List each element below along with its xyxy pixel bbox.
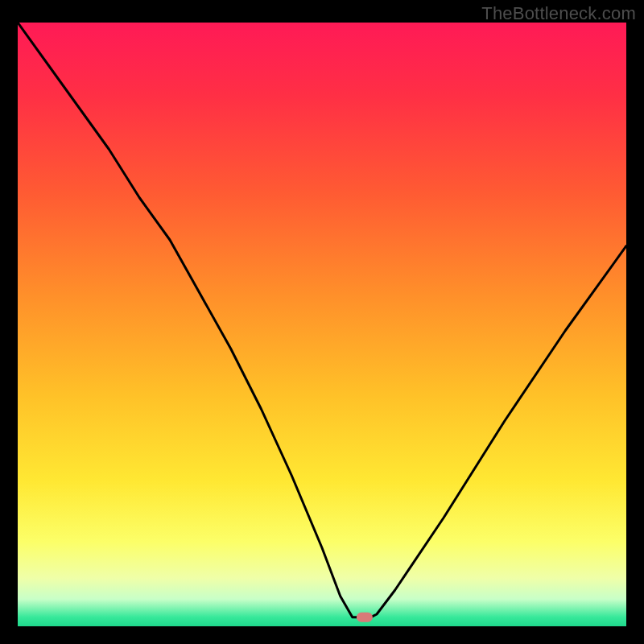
chart-frame: TheBottleneck.com <box>0 0 644 644</box>
plot-area <box>18 23 626 626</box>
optimal-marker <box>357 613 373 622</box>
watermark-text: TheBottleneck.com <box>481 3 636 24</box>
plot-svg <box>18 23 626 626</box>
heat-gradient <box>18 23 626 626</box>
